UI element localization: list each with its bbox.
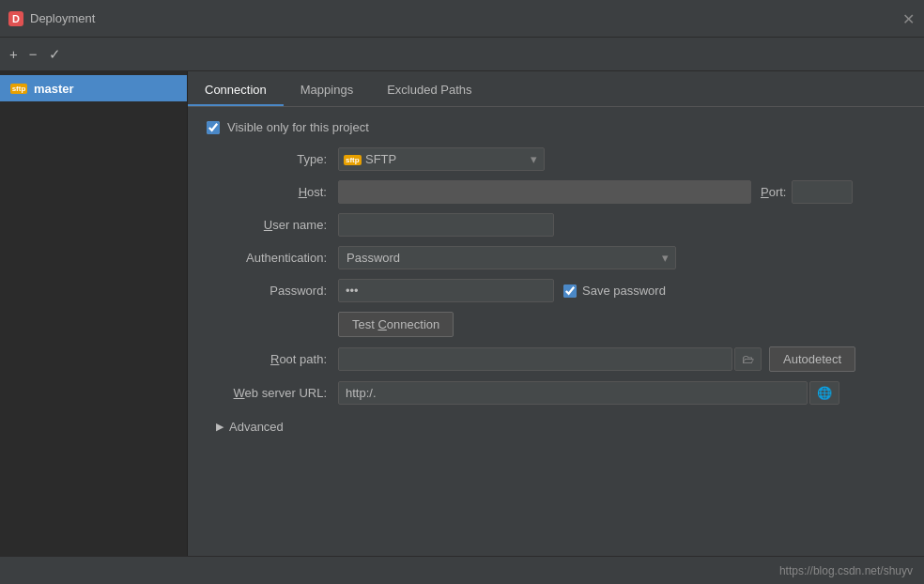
username-label: User name: — [207, 218, 338, 232]
tab-mappings[interactable]: Mappings — [284, 75, 370, 106]
browse-folder-button[interactable]: 🗁 — [734, 347, 762, 371]
auth-select-wrapper: Password Key pair (OpenSSH or PuTTY) Ope… — [338, 246, 676, 269]
type-select-wrapper: sftp SFTP ▾ — [338, 147, 545, 171]
sidebar-item-label: master — [34, 82, 74, 96]
app-title: Deployment — [30, 11, 95, 25]
form-area: Visible only for this project Type: sftp… — [188, 107, 924, 556]
visible-only-label: Visible only for this project — [227, 120, 369, 134]
status-url: https://blog.csdn.net/shuyv — [779, 564, 913, 577]
host-row: Host: Port: 22 — [207, 180, 905, 204]
advanced-section: ▶ Advanced — [207, 414, 905, 439]
sftp-icon: sftp — [9, 81, 28, 96]
sidebar-item-master[interactable]: sftp master — [0, 75, 187, 101]
root-path-input[interactable]: / — [338, 347, 732, 371]
auth-row: Authentication: Password Key pair (OpenS… — [207, 246, 905, 269]
type-label: Type: — [207, 152, 338, 166]
confirm-button[interactable]: ✓ — [43, 42, 67, 67]
test-connection-label: Test Connection — [352, 317, 439, 331]
autodetect-button[interactable]: Autodetect — [769, 346, 855, 372]
app-logo: D — [8, 10, 24, 27]
remove-button[interactable]: − — [23, 42, 43, 66]
host-label: Host: — [207, 185, 338, 199]
root-path-label: Root path: — [207, 352, 338, 366]
test-connection-row: Test Connection — [207, 312, 905, 337]
root-path-row: Root path: / 🗁 Autodetect — [207, 346, 905, 372]
password-label: Password: — [207, 284, 338, 298]
advanced-arrow-icon: ▶ — [216, 421, 223, 433]
test-connection-button[interactable]: Test Connection — [338, 312, 454, 337]
password-input[interactable] — [338, 279, 554, 302]
save-password-checkbox[interactable] — [563, 284, 577, 298]
add-button[interactable]: + — [4, 42, 23, 66]
port-label: Port: — [761, 185, 786, 199]
toolbar: + − ✓ — [0, 38, 924, 71]
advanced-label: Advanced — [229, 420, 284, 434]
content-panel: Connection Mappings Excluded Paths Visib… — [188, 71, 924, 556]
visible-only-checkbox[interactable] — [207, 121, 220, 134]
advanced-toggle[interactable]: ▶ Advanced — [207, 414, 905, 439]
password-row: Password: Save password — [207, 279, 905, 302]
sidebar: sftp master — [0, 71, 188, 556]
type-row: Type: sftp SFTP ▾ — [207, 147, 905, 171]
close-button[interactable]: ✕ — [902, 9, 915, 27]
status-bar: https://blog.csdn.net/shuyv — [0, 556, 924, 584]
visible-only-row: Visible only for this project — [207, 120, 905, 134]
web-server-url-row: Web server URL: 🌐 — [207, 381, 905, 405]
type-select[interactable]: SFTP — [338, 147, 545, 171]
tab-bar: Connection Mappings Excluded Paths — [188, 71, 924, 107]
web-server-url-label: Web server URL: — [207, 386, 338, 400]
save-password-label: Save password — [582, 284, 666, 298]
tab-connection[interactable]: Connection — [188, 75, 284, 106]
tab-excluded-paths[interactable]: Excluded Paths — [370, 75, 488, 106]
auth-select[interactable]: Password Key pair (OpenSSH or PuTTY) Ope… — [338, 246, 676, 269]
port-input[interactable]: 22 — [792, 180, 853, 204]
auth-label: Authentication: — [207, 251, 338, 265]
host-input[interactable] — [338, 180, 751, 204]
svg-text:D: D — [12, 13, 20, 24]
username-row: User name: root — [207, 213, 905, 237]
title-bar: D Deployment ✕ — [0, 0, 924, 38]
web-server-url-input[interactable] — [338, 381, 808, 405]
username-input[interactable]: root — [338, 213, 554, 237]
main-layout: sftp master Connection Mappings Excluded… — [0, 71, 924, 556]
open-browser-button[interactable]: 🌐 — [809, 381, 839, 405]
save-password-row: Save password — [563, 284, 666, 298]
